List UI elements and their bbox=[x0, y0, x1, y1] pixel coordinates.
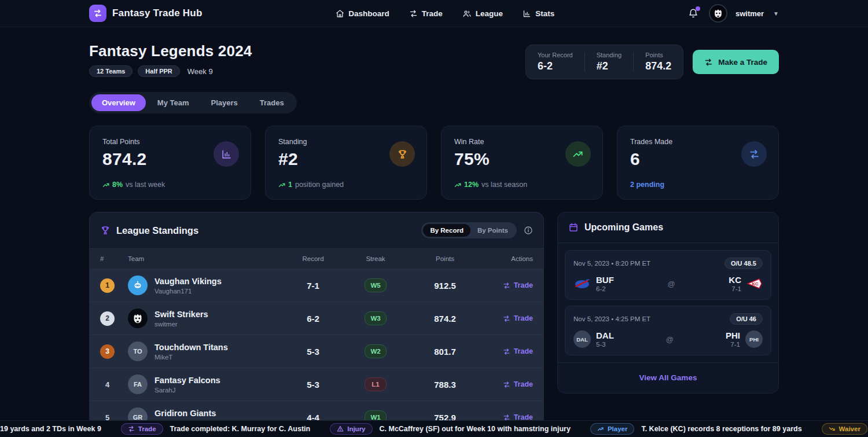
league-standings-panel: League Standings By Record By Points # T… bbox=[89, 212, 544, 435]
trend-up-icon bbox=[597, 425, 604, 432]
notification-dot bbox=[696, 6, 700, 11]
row-trade-button[interactable]: Trade bbox=[503, 380, 533, 388]
away-team-record: 6-2 bbox=[596, 285, 614, 292]
scoring-badge: Half PPR bbox=[138, 65, 179, 77]
make-a-trade-button[interactable]: Make a Trade bbox=[693, 50, 779, 74]
brand[interactable]: Fantasy Trade Hub bbox=[89, 5, 203, 22]
page-title: Fantasy Legends 2024 bbox=[89, 42, 252, 60]
nav-label-league: League bbox=[476, 9, 503, 18]
view-all-games-link[interactable]: View All Games bbox=[639, 373, 697, 382]
nav-item-league[interactable]: League bbox=[462, 9, 503, 18]
rank-badge: 4 bbox=[100, 377, 115, 392]
top-navigation: Fantasy Trade Hub Dashboard Trade League… bbox=[0, 0, 868, 27]
news-ticker[interactable]: 19 yards and 2 TDs in Week 9 Trade Trade… bbox=[0, 420, 868, 437]
standings-column-headers: # Team Record Streak Points Actions bbox=[90, 248, 543, 269]
tab-players[interactable]: Players bbox=[201, 94, 248, 111]
ticker-text: T. Kelce (KC) records 8 receptions for 8… bbox=[641, 425, 801, 433]
cowboys-logo-icon: DAL bbox=[573, 330, 591, 348]
ticker-text: 19 yards and 2 TDs in Week 9 bbox=[0, 425, 101, 433]
upcoming-title: Upcoming Games bbox=[584, 222, 663, 233]
row-trade-button[interactable]: Trade bbox=[503, 347, 533, 355]
nav-label-trade: Trade bbox=[422, 9, 443, 18]
swap-icon bbox=[503, 381, 510, 388]
tab-my-team[interactable]: My Team bbox=[147, 94, 200, 111]
home-team-record: 7-1 bbox=[729, 285, 741, 292]
points-cell: 788.3 bbox=[407, 380, 483, 390]
nav-item-dashboard[interactable]: Dashboard bbox=[336, 9, 389, 18]
trade-label: Trade bbox=[514, 314, 533, 322]
record-cell: 5-3 bbox=[282, 347, 344, 357]
info-icon[interactable] bbox=[524, 226, 533, 235]
rank-badge: 1 bbox=[100, 278, 115, 293]
your-record-label: Your Record bbox=[538, 52, 573, 58]
game-card-buf-kc[interactable]: Nov 5, 2023 • 8:20 PM ET O/U 48.5 BUF 6-… bbox=[565, 250, 771, 300]
swap-icon bbox=[503, 282, 510, 289]
badge-label: Waiver bbox=[839, 425, 860, 432]
swap-icon bbox=[741, 141, 767, 167]
calendar-icon bbox=[568, 222, 579, 233]
divider bbox=[633, 52, 634, 72]
standings-row-touchdown-titans[interactable]: 3 TO Touchdown Titans MikeT 5-3 W2 801.7… bbox=[90, 335, 543, 368]
badge-label: Trade bbox=[138, 425, 156, 432]
stat-card-standing: Standing #2 1 position gained bbox=[265, 126, 427, 200]
divider bbox=[584, 52, 585, 72]
streak-badge: W2 bbox=[365, 344, 387, 358]
trophy-icon bbox=[389, 141, 415, 167]
chiefs-logo-icon: KC bbox=[746, 277, 763, 290]
home-team-code: KC bbox=[729, 275, 741, 285]
rank-badge: 3 bbox=[100, 344, 115, 359]
ticker-text: Trade completed: K. Murray for C. Austin bbox=[170, 425, 311, 433]
streak-badge: W5 bbox=[365, 278, 387, 292]
pending-trades-note[interactable]: 2 pending bbox=[630, 181, 664, 189]
column-actions: Actions bbox=[483, 255, 533, 262]
standings-row-fantasy-falcons[interactable]: 4 FA Fantasy Falcons SarahJ 5-3 L1 788.3… bbox=[90, 368, 543, 401]
standing-value: #2 bbox=[597, 60, 621, 72]
standings-row-vaughan-vikings[interactable]: 1 Vaughan Vikings Vaughan171 7-1 W5 912.… bbox=[90, 269, 543, 302]
column-record: Record bbox=[282, 255, 344, 262]
points-value: 874.2 bbox=[645, 60, 671, 72]
badge-label: Injury bbox=[347, 425, 365, 432]
teams-badge: 12 Teams bbox=[89, 65, 133, 77]
team-owner: Vaughan171 bbox=[155, 288, 222, 295]
standing-label: Standing bbox=[597, 52, 621, 58]
row-trade-button[interactable]: Trade bbox=[503, 314, 533, 322]
home-team-record: 7-1 bbox=[726, 341, 740, 348]
standings-row-swift-strikers[interactable]: 2 Swift Strikers switmer 6-2 W3 874.2 Tr… bbox=[90, 302, 543, 335]
trend-up-icon bbox=[278, 181, 286, 189]
nav-item-stats[interactable]: Stats bbox=[523, 9, 554, 18]
nav-item-trade[interactable]: Trade bbox=[409, 9, 443, 18]
username[interactable]: switmer bbox=[735, 9, 764, 18]
sort-by-record-button[interactable]: By Record bbox=[423, 224, 470, 237]
player-category-badge: Player bbox=[590, 423, 635, 435]
trend-up-icon bbox=[454, 181, 462, 189]
tab-overview[interactable]: Overview bbox=[91, 94, 146, 111]
chevron-down-icon[interactable]: ▼ bbox=[773, 10, 779, 17]
svg-text:KC: KC bbox=[752, 281, 759, 287]
trade-label: Trade bbox=[514, 347, 533, 355]
ticker-item: Injury C. McCaffrey (SF) out for Week 10… bbox=[330, 423, 571, 435]
team-name: Touchdown Titans bbox=[155, 342, 228, 352]
swap-icon bbox=[503, 348, 510, 355]
sort-by-points-button[interactable]: By Points bbox=[470, 224, 515, 237]
team-owner: switmer bbox=[155, 321, 208, 328]
view-tabs: Overview My Team Players Trades bbox=[89, 92, 297, 113]
bar-chart-icon bbox=[214, 141, 239, 167]
stat-card-total-points: Total Points 874.2 8% vs last week bbox=[89, 126, 251, 200]
warning-triangle-icon bbox=[337, 425, 344, 432]
at-separator: @ bbox=[666, 335, 674, 344]
game-datetime: Nov 5, 2023 • 4:25 PM ET bbox=[573, 315, 650, 322]
record-cell: 6-2 bbox=[282, 314, 344, 324]
trending-up-icon bbox=[565, 141, 591, 167]
column-team: Team bbox=[128, 255, 282, 262]
game-card-dal-phi[interactable]: Nov 5, 2023 • 4:25 PM ET O/U 46 DAL DAL … bbox=[565, 306, 771, 355]
team-owner: SarahJ bbox=[155, 387, 220, 394]
bills-logo-icon bbox=[573, 277, 591, 290]
tab-trades[interactable]: Trades bbox=[249, 94, 295, 111]
user-avatar[interactable] bbox=[709, 4, 727, 23]
team-avatar-skull bbox=[128, 309, 148, 328]
over-under-badge: O/U 46 bbox=[730, 313, 763, 325]
trophy-icon bbox=[100, 225, 111, 236]
row-trade-button[interactable]: Trade bbox=[503, 281, 533, 289]
team-avatar-initials: FA bbox=[128, 374, 148, 394]
notifications-button[interactable] bbox=[688, 8, 698, 19]
